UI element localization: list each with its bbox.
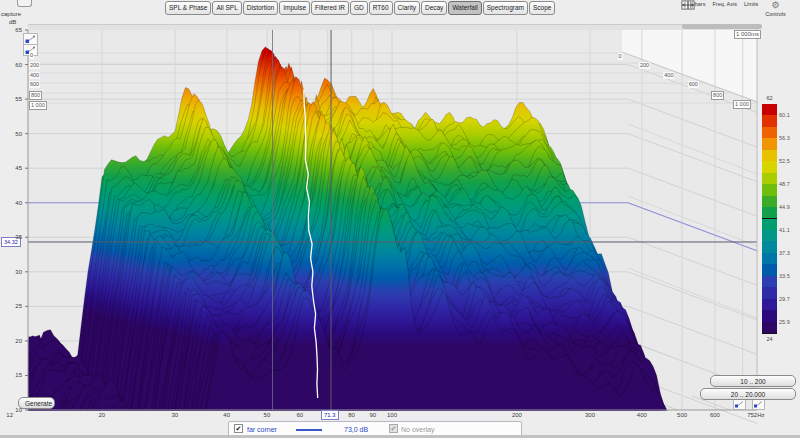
no-overlay-checkbox[interactable]: ✔: [389, 424, 398, 433]
cursor-freq-readout: 71.3: [321, 410, 339, 420]
y-axis-tick-60: 60: [2, 62, 22, 69]
x-axis-tick-60: 60: [296, 412, 303, 419]
time-axis-right-1000: 1 000: [733, 100, 751, 109]
cursor-pin-icon-br[interactable]: [733, 399, 746, 410]
x-axis-tick-50: 50: [264, 412, 271, 419]
colorbar-min-label: 24: [762, 336, 777, 342]
y-axis-tick-35: 35: [2, 234, 22, 241]
time-axis-left-400: 400: [29, 72, 40, 79]
y-axis-tick-55: 55: [2, 96, 22, 103]
measurement-line-swatch: [296, 429, 322, 431]
colorbar-max-label: 62: [762, 95, 777, 101]
no-overlay-label: No overlay: [401, 425, 434, 434]
x-axis-tick-400: 400: [637, 412, 647, 419]
colorbar-label-56.3: 56.3: [779, 135, 790, 141]
time-axis-right-200: 200: [639, 62, 650, 69]
range-20-20000-button[interactable]: 20 .. 20.000: [700, 388, 796, 400]
colorbar-segment-19: [762, 322, 777, 334]
x-axis-tick-90: 90: [370, 412, 377, 419]
colorbar-label-29.7: 29.7: [779, 296, 790, 302]
measurement-checkbox[interactable]: ✔: [234, 424, 243, 433]
colorbar-label-60.1: 60.1: [779, 112, 790, 118]
time-axis-left-1000: 1 000: [29, 101, 47, 110]
time-axis-right-600: 600: [688, 81, 699, 88]
y-axis-tick-30: 30: [2, 269, 22, 276]
x-axis-tick-20: 20: [98, 412, 105, 419]
x-axis-tick-200: 200: [512, 412, 522, 419]
time-axis-right-0: 0: [618, 53, 623, 60]
time-axis-left-600: 600: [29, 81, 40, 88]
x-axis-tick-500: 500: [677, 412, 687, 419]
time-axis-title: 1 000ms: [734, 30, 761, 39]
x-axis-tick-80: 80: [348, 412, 355, 419]
measurement-value: 73,0 dB: [344, 425, 368, 434]
x-axis-tick-30: 30: [172, 412, 179, 419]
measurement-name: far corner: [247, 425, 277, 434]
y-axis-tick-40: 40: [2, 200, 22, 207]
colorbar-label-37.3: 37.3: [779, 250, 790, 256]
colorbar-label-48.7: 48.7: [779, 181, 790, 187]
db-axis-label: dB: [9, 19, 16, 26]
generate-button[interactable]: Generate: [18, 397, 55, 409]
x-axis-tick-12: 12: [6, 412, 13, 419]
y-axis-tick-15: 15: [2, 372, 22, 379]
colorbar-label-41.1: 41.1: [779, 227, 790, 233]
time-axis-right-400: 400: [663, 72, 674, 79]
y-axis-tick-50: 50: [2, 131, 22, 138]
x-axis-tick-300: 300: [585, 412, 595, 419]
rew-waterfall-window: capture SPL & PhaseAll SPLDistortionImpu…: [0, 0, 800, 438]
time-axis-left-0: 0: [29, 52, 34, 59]
colorbar-label-52.5: 52.5: [779, 158, 790, 164]
y-axis-tick-65: 65: [2, 27, 22, 34]
ruler-pin-icon-br[interactable]: [752, 399, 765, 410]
y-axis-tick-20: 20: [2, 338, 22, 345]
x-axis-tick-600: 600: [710, 412, 720, 419]
waterfall-plot[interactable]: [0, 0, 800, 438]
y-axis-tick-45: 45: [2, 165, 22, 172]
colorbar-label-25.9: 25.9: [779, 319, 790, 325]
x-axis-tick-752Hz: 752Hz: [747, 412, 764, 419]
range-10-200-button[interactable]: 10 .. 200: [710, 375, 796, 387]
y-axis-tick-25: 25: [2, 303, 22, 310]
colorbar-label-44.9: 44.9: [779, 204, 790, 210]
x-axis-tick-100: 100: [387, 412, 397, 419]
x-axis-tick-40: 40: [223, 412, 230, 419]
colorbar-label-33.5: 33.5: [779, 273, 790, 279]
time-axis-left-200: 200: [29, 62, 40, 69]
time-axis-left-800: 800: [29, 91, 42, 100]
time-axis-right-800: 800: [711, 91, 724, 100]
